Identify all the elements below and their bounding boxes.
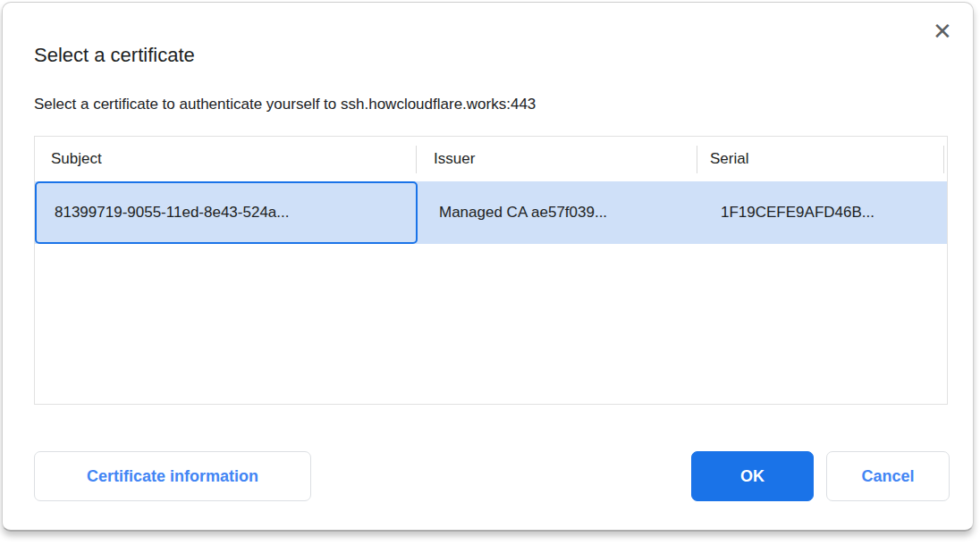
- certificate-table: Subject Issuer Serial 81399719-9055-11ed…: [34, 136, 948, 405]
- cell-subject[interactable]: 81399719-9055-11ed-8e43-524a...: [35, 181, 418, 244]
- column-divider: [697, 146, 697, 173]
- close-icon[interactable]: ✕: [926, 15, 959, 47]
- table-header-row: Subject Issuer Serial: [35, 137, 947, 181]
- cancel-button[interactable]: Cancel: [826, 451, 950, 501]
- column-header-serial: Serial: [710, 137, 748, 181]
- select-certificate-dialog: ✕ Select a certificate Select a certific…: [2, 2, 974, 532]
- column-divider: [943, 146, 944, 173]
- cell-serial[interactable]: 1F19CEFE9AFD46B...: [721, 181, 874, 244]
- dialog-title: Select a certificate: [34, 42, 195, 69]
- certificate-picker-screen: ✕ Select a certificate Select a certific…: [0, 0, 980, 545]
- column-header-issuer: Issuer: [434, 137, 475, 181]
- certificate-table-row-selected[interactable]: 81399719-9055-11ed-8e43-524a... Managed …: [35, 181, 947, 244]
- cell-issuer[interactable]: Managed CA ae57f039...: [439, 181, 607, 244]
- certificate-information-button[interactable]: Certificate information: [34, 451, 311, 501]
- dialog-subtitle: Select a certificate to authenticate you…: [34, 94, 536, 115]
- column-header-subject: Subject: [51, 137, 102, 181]
- column-divider: [416, 146, 417, 173]
- ok-button[interactable]: OK: [691, 451, 814, 501]
